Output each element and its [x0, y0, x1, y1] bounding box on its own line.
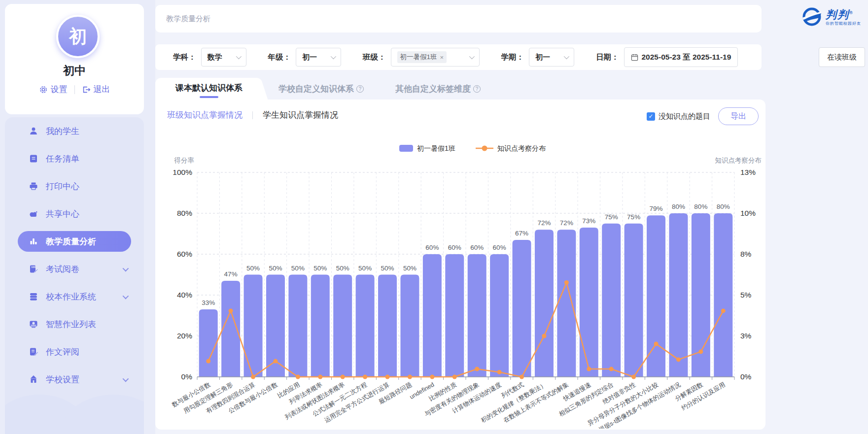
divider — [252, 111, 253, 119]
tab-other-custom-labels[interactable]: 其他自定义标签维度 ? — [380, 78, 496, 100]
data-point — [721, 308, 726, 313]
sidebar-item-essay-review[interactable]: 作文评阅 — [5, 338, 144, 366]
data-point — [452, 375, 457, 379]
subtab-student-knowledge-mastery[interactable]: 学生知识点掌握情况 — [263, 109, 338, 121]
tab-school-custom-knowledge[interactable]: 学校自定义知识体系 ? — [263, 78, 380, 100]
sidebar-item-exam-grading[interactable]: 100 考试阅卷 — [5, 255, 144, 283]
bar — [445, 254, 464, 377]
data-point — [296, 375, 300, 379]
svg-text:40%: 40% — [177, 291, 192, 299]
bar — [490, 254, 509, 377]
logout-label: 退出 — [94, 84, 110, 95]
svg-text:50%: 50% — [381, 265, 394, 272]
profile-card: 初 初中 设置 退出 — [5, 4, 144, 114]
sidebar-item-school-homework-system[interactable]: 校本作业系统 — [5, 283, 144, 310]
class-tag-label: 初一暑假1班 — [400, 53, 437, 62]
svg-text:60%: 60% — [448, 244, 461, 251]
date-label: 日期： — [596, 52, 619, 63]
subtab-class-knowledge-mastery[interactable]: 班级知识点掌握情况 — [167, 109, 243, 121]
no-knowledge-point-filter[interactable]: ✓ 没知识点的题目 — [647, 112, 710, 121]
sidebar-item-school-settings[interactable]: 学校设置 — [5, 366, 144, 393]
bar — [400, 275, 419, 377]
term-value: 初一 — [535, 53, 550, 62]
bar — [356, 275, 375, 377]
bar — [714, 213, 732, 377]
chevron-down-icon — [123, 293, 129, 299]
sidebar-item-share-center[interactable]: 共享中心 — [5, 200, 144, 228]
bar — [625, 224, 643, 377]
bar — [244, 275, 263, 377]
settings-button[interactable]: 设置 — [39, 84, 68, 95]
divider — [74, 85, 75, 94]
sidebar-item-label: 考试阅卷 — [46, 264, 79, 275]
avatar-text: 初 — [69, 25, 87, 49]
legend-bar-swatch — [399, 145, 413, 152]
analysis-chart-icon — [29, 236, 38, 246]
class-select[interactable]: 初一暑假1班 × — [391, 48, 480, 67]
sidebar-item-print-center[interactable]: 打印中心 — [5, 172, 144, 200]
reading-class-button[interactable]: 在读班级 — [819, 47, 865, 67]
bar — [333, 275, 352, 377]
bar — [669, 213, 688, 377]
sidebar-item-label: 教学质量分析 — [46, 236, 96, 247]
data-point — [318, 375, 322, 379]
share-cloud-icon — [29, 209, 38, 219]
svg-text:50%: 50% — [269, 265, 282, 272]
svg-text:73%: 73% — [582, 217, 595, 225]
checkbox-label: 没知识点的题目 — [659, 112, 710, 121]
chart-legend[interactable]: 初一暑假1班知识点考察分布 — [399, 144, 546, 152]
svg-text:60%: 60% — [470, 244, 484, 251]
bar — [602, 224, 621, 377]
date-range-value: 2025-05-23 至 2025-11-19 — [642, 52, 731, 63]
sidebar-item-my-students[interactable]: 我的学生 — [5, 117, 144, 145]
svg-text:33%: 33% — [202, 299, 215, 306]
grade-select[interactable]: 初一 — [296, 48, 341, 67]
class-tag: 初一暑假1班 × — [397, 51, 447, 63]
knowledge-tabs: 课本默认知识体系 学校自定义知识体系 ? 其他自定义标签维度 ? — [155, 78, 496, 100]
svg-text:50%: 50% — [403, 265, 417, 272]
svg-text:50%: 50% — [336, 265, 349, 272]
chevron-down-icon — [236, 54, 241, 59]
svg-text:75%: 75% — [627, 213, 640, 221]
checkbox-checked[interactable]: ✓ — [647, 112, 655, 121]
bar — [288, 275, 307, 377]
data-point — [475, 367, 479, 371]
data-point — [609, 367, 614, 371]
printer-icon — [29, 181, 38, 191]
homework-system-icon — [29, 292, 38, 301]
chevron-down-icon — [469, 54, 474, 59]
term-select[interactable]: 初一 — [529, 48, 574, 67]
logout-icon — [82, 85, 91, 94]
active-tab-underline — [200, 96, 218, 98]
data-point — [408, 375, 412, 379]
data-point — [520, 375, 524, 379]
data-point — [497, 370, 502, 374]
term-label: 学期： — [501, 52, 524, 63]
export-button[interactable]: 导出 — [718, 107, 759, 125]
profile-name: 初中 — [5, 63, 144, 78]
right-axis-title: 知识点考察分布 — [715, 157, 762, 164]
bar — [513, 240, 531, 377]
logout-button[interactable]: 退出 — [82, 84, 110, 95]
svg-text:79%: 79% — [650, 205, 663, 212]
left-axis-ticks: 0%20%40%60%80%100% — [173, 168, 192, 381]
sidebar-item-smart-homework-list[interactable]: 智慧作业列表 — [5, 310, 144, 338]
sidebar-item-label: 学校设置 — [46, 374, 79, 385]
brand-name: 判判® — [826, 7, 861, 20]
date-range-picker[interactable]: 2025-05-23 至 2025-11-19 — [624, 47, 738, 67]
help-icon[interactable]: ? — [473, 85, 481, 93]
help-icon[interactable]: ? — [356, 85, 364, 93]
sidebar-item-task-list[interactable]: 任务清单 — [5, 145, 144, 172]
tab-textbook-default-knowledge[interactable]: 课本默认知识体系 — [155, 78, 263, 100]
sidebar-item-teaching-quality-analysis[interactable]: 教学质量分析 — [18, 231, 131, 252]
subject-select[interactable]: 数学 — [201, 48, 246, 67]
page-title: 教学质量分析 — [166, 14, 210, 24]
sidebar-menu: 我的学生 任务清单 打印中心 共享中心 教学质量分析 100 考试阅卷 校本作业… — [5, 117, 144, 434]
subject-label: 学科： — [173, 52, 196, 63]
students-icon — [29, 126, 38, 136]
essay-review-icon — [29, 347, 38, 357]
remove-tag-icon[interactable]: × — [440, 54, 444, 61]
chevron-down-icon — [564, 54, 569, 59]
svg-text:47%: 47% — [224, 270, 238, 278]
svg-text:5%: 5% — [740, 291, 752, 299]
